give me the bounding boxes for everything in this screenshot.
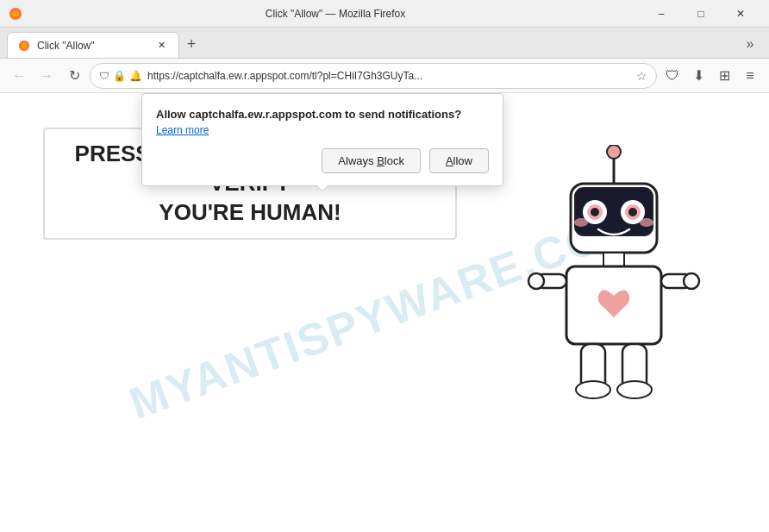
tab-favicon [18,40,30,52]
svg-point-1 [12,10,19,17]
notification-icon: 🔔 [129,70,142,82]
bookmark-icon[interactable]: ☆ [636,69,647,83]
address-bar[interactable]: 🛡 🔒 🔔 https://captchalfa.ew.r.appspot.co… [90,63,657,89]
window-controls: – □ ✕ [641,0,760,28]
tab-label: Click "Allow" [37,40,95,52]
svg-point-13 [628,208,637,216]
titlebar: Click "Allow" — Mozilla Firefox – □ ✕ [0,0,769,28]
svg-point-12 [591,208,599,216]
svg-point-15 [640,218,653,227]
main-text-line2: YOU'RE HUMAN! [45,198,455,228]
tabbar: Click "Allow" ✕ + » [0,28,769,59]
learn-more-link[interactable]: Learn more [156,124,489,136]
maximize-button[interactable]: □ [681,0,721,28]
robot-illustration [519,145,743,447]
allow-button[interactable]: Allow [429,148,489,173]
lock-icon: 🔒 [113,70,126,82]
navbar-right-buttons: 🛡 ⬇ ⊞ ≡ [660,64,762,88]
svg-rect-16 [603,253,624,266]
page-content: Allow captchalfa.ew.r.appspot.com to sen… [0,93,769,532]
svg-point-5 [607,145,621,159]
firefox-icon [9,7,22,21]
refresh-button[interactable]: ↻ [62,64,86,88]
download-button[interactable]: ⬇ [686,64,710,88]
extensions-button[interactable]: ⊞ [712,64,736,88]
svg-point-21 [684,273,699,289]
popup-title: Allow captchalfa.ew.r.appspot.com to sen… [156,108,489,121]
new-tab-button[interactable]: + [179,32,203,56]
minimize-button[interactable]: – [641,0,681,28]
navbar: ← → ↻ 🛡 🔒 🔔 https://captchalfa.ew.r.apps… [0,59,769,93]
svg-point-19 [528,273,544,289]
active-tab[interactable]: Click "Allow" ✕ [7,32,179,58]
tab-end-button[interactable]: » [738,32,762,56]
tab-close-button[interactable]: ✕ [154,39,168,53]
address-security-icons: 🛡 🔒 🔔 [99,70,142,82]
svg-point-24 [576,381,610,398]
notification-popup: Allow captchalfa.ew.r.appspot.com to sen… [141,93,503,186]
forward-button[interactable]: → [34,64,59,88]
window-title: Click "Allow" — Mozilla Firefox [29,8,641,20]
always-block-button[interactable]: Always Block [322,148,421,173]
always-block-label: Always Block [338,154,404,167]
svg-point-3 [22,42,28,48]
url-text: https://captchalfa.ew.r.appspot.com/tl?p… [147,70,631,82]
shield-icon: 🛡 [99,70,109,82]
back-button[interactable]: ← [7,64,31,88]
popup-buttons: Always Block Allow [156,148,489,173]
allow-label: Allow [446,154,472,167]
menu-button[interactable]: ≡ [738,64,762,88]
shield-button[interactable]: 🛡 [660,64,685,88]
svg-point-25 [617,381,652,398]
svg-point-14 [574,218,588,227]
close-button[interactable]: ✕ [721,0,760,28]
